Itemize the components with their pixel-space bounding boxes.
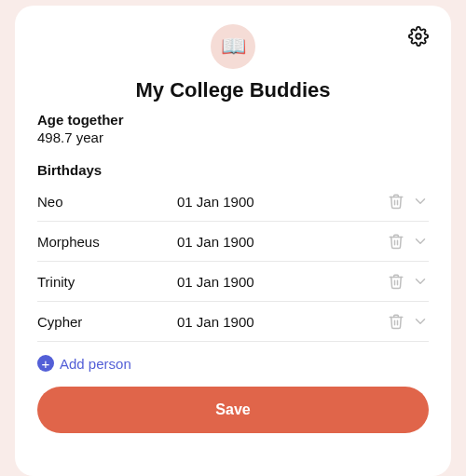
birthdays-label: Birthdays [37,162,429,178]
add-person-button[interactable]: + Add person [37,355,429,372]
birthday-row: Trinity 01 Jan 1900 [37,262,429,302]
trash-icon[interactable] [388,273,404,290]
age-together-label: Age together [37,112,429,128]
row-actions [388,273,429,290]
card-header: 📖 My College Buddies [37,24,429,102]
person-date[interactable]: 01 Jan 1900 [177,314,388,330]
trash-icon[interactable] [388,193,404,210]
row-actions [388,313,429,330]
person-date[interactable]: 01 Jan 1900 [177,234,388,250]
trash-icon[interactable] [388,233,404,250]
avatar-icon: 📖 [221,34,246,59]
chevron-down-icon[interactable] [412,233,429,250]
person-name[interactable]: Cypher [37,314,177,330]
page-title: My College Buddies [135,78,330,102]
gear-icon[interactable] [408,26,429,50]
age-together-value: 498.7 year [37,129,429,145]
birthday-row: Cypher 01 Jan 1900 [37,302,429,342]
svg-point-0 [416,34,421,39]
person-date[interactable]: 01 Jan 1900 [177,194,388,210]
plus-icon: + [37,355,54,372]
group-card: 📖 My College Buddies Age together 498.7 … [15,6,451,476]
trash-icon[interactable] [388,313,404,330]
chevron-down-icon[interactable] [412,193,429,210]
chevron-down-icon[interactable] [412,273,429,290]
chevron-down-icon[interactable] [412,313,429,330]
avatar[interactable]: 📖 [211,24,255,69]
person-date[interactable]: 01 Jan 1900 [177,274,388,290]
person-name[interactable]: Neo [37,194,177,210]
row-actions [388,193,429,210]
person-name[interactable]: Trinity [37,274,177,290]
person-name[interactable]: Morpheus [37,234,177,250]
row-actions [388,233,429,250]
birthday-row: Morpheus 01 Jan 1900 [37,222,429,262]
save-button[interactable]: Save [37,387,429,433]
birthday-row: Neo 01 Jan 1900 [37,182,429,222]
add-person-label: Add person [60,356,131,372]
